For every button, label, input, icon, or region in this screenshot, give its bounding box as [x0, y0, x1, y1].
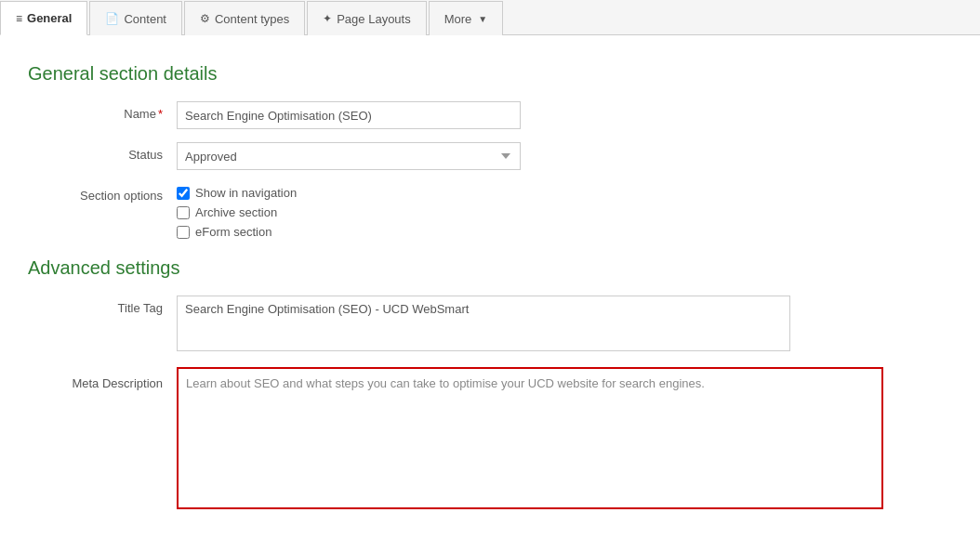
- show-nav-checkbox[interactable]: [177, 187, 190, 200]
- archive-section-label: Archive section: [195, 205, 277, 219]
- general-section-title: General section details: [28, 63, 952, 85]
- meta-desc-group: Meta Description Learn about SEO and wha…: [28, 367, 952, 509]
- tab-content[interactable]: 📄 Content: [89, 1, 182, 35]
- eform-section-checkbox[interactable]: [177, 226, 190, 239]
- tab-page-layouts[interactable]: ✦ Page Layouts: [307, 1, 427, 35]
- status-field-group: Status Approved Draft Archived: [28, 142, 952, 170]
- content-types-icon: ⚙: [200, 12, 210, 25]
- tab-general[interactable]: ≡ General: [0, 1, 87, 35]
- eform-section-item: eForm section: [177, 225, 297, 239]
- main-content: General section details Name* Status App…: [0, 35, 980, 541]
- tab-general-label: General: [27, 11, 72, 25]
- more-dropdown-icon: ▼: [478, 14, 487, 24]
- status-label: Status: [28, 142, 177, 162]
- archive-section-checkbox[interactable]: [177, 206, 190, 219]
- meta-desc-label: Meta Description: [28, 367, 177, 390]
- title-tag-wrapper: Search Engine Optimisation (SEO) - UCD W…: [177, 296, 790, 354]
- tab-content-label: Content: [124, 12, 166, 26]
- advanced-section: Advanced settings Title Tag Search Engin…: [28, 257, 952, 509]
- tab-bar: ≡ General 📄 Content ⚙ Content types ✦ Pa…: [0, 0, 980, 35]
- show-nav-label: Show in navigation: [195, 186, 297, 200]
- general-icon: ≡: [16, 12, 22, 25]
- meta-desc-wrapper: Learn about SEO and what steps you can t…: [177, 367, 883, 509]
- name-label: Name*: [28, 101, 177, 121]
- name-field-group: Name*: [28, 101, 952, 129]
- title-tag-textarea[interactable]: Search Engine Optimisation (SEO) - UCD W…: [177, 296, 790, 351]
- eform-section-label: eForm section: [195, 225, 271, 239]
- title-tag-label: Title Tag: [28, 296, 177, 315]
- page-layouts-icon: ✦: [323, 12, 332, 25]
- tab-page-layouts-label: Page Layouts: [337, 12, 411, 26]
- tab-more[interactable]: More ▼: [429, 1, 504, 35]
- tab-more-label: More: [444, 12, 472, 26]
- title-tag-group: Title Tag Search Engine Optimisation (SE…: [28, 296, 952, 354]
- status-select[interactable]: Approved Draft Archived: [177, 142, 521, 170]
- section-options-group: Section options Show in navigation Archi…: [28, 183, 952, 239]
- section-options-label: Section options: [28, 183, 177, 203]
- name-required: *: [158, 107, 163, 121]
- content-icon: 📄: [105, 12, 119, 25]
- name-input[interactable]: [177, 101, 521, 129]
- meta-desc-textarea[interactable]: Learn about SEO and what steps you can t…: [186, 376, 874, 497]
- advanced-section-title: Advanced settings: [28, 257, 952, 279]
- show-nav-item: Show in navigation: [177, 186, 297, 200]
- tab-content-types-label: Content types: [215, 12, 289, 26]
- checkbox-group: Show in navigation Archive section eForm…: [177, 183, 297, 239]
- tab-content-types[interactable]: ⚙ Content types: [184, 1, 305, 35]
- archive-section-item: Archive section: [177, 205, 297, 219]
